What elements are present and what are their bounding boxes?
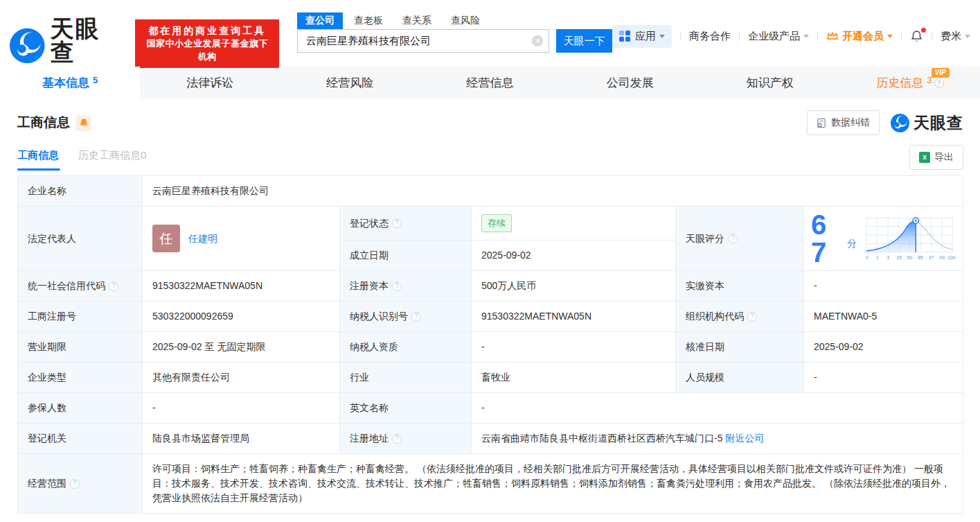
taxpayer-id-value: 91530322MAETNWA05N — [472, 302, 676, 332]
field-label: 注册地址? — [340, 424, 472, 454]
company-nav-tabs: 基本信息 5 法律诉讼 经营风险 经营信息 公司发展 知识产权 历史信息 3 ?… — [0, 67, 980, 99]
tab-intellectual-property[interactable]: 知识产权 — [700, 67, 840, 99]
staff-size-value: - — [804, 363, 963, 393]
notifications-button[interactable] — [910, 30, 923, 43]
svg-text:50: 50 — [907, 255, 913, 260]
help-icon[interactable]: ? — [392, 281, 402, 291]
sub-tab-bar: 工商信息 历史工商信息0 x 导出 — [17, 145, 963, 174]
help-icon[interactable]: ? — [411, 312, 421, 322]
divider — [680, 31, 681, 41]
watermark-logo-text: 天眼查 — [914, 112, 963, 134]
field-label: 行业 — [340, 363, 472, 393]
subscribe-bell-button[interactable] — [75, 115, 91, 131]
search-tab-company[interactable]: 查公司 — [297, 12, 343, 29]
table-row: 企业类型 其他有限责任公司 行业 畜牧业 人员规模 - — [18, 363, 963, 393]
field-label: 核准日期 — [676, 332, 804, 363]
field-label: 注册资本? — [340, 271, 472, 302]
avatar[interactable]: 任 — [152, 225, 180, 252]
field-label: 企业名称 — [18, 176, 143, 207]
chevron-down-icon — [887, 35, 893, 38]
tianyancha-logo-icon — [10, 28, 45, 64]
search-button[interactable]: 天眼一下 — [556, 29, 612, 53]
reg-address-value: 云南省曲靖市陆良县中枢街道西桥社区西桥汽车城门口-5 — [481, 433, 722, 444]
divider — [817, 31, 818, 41]
search-area: 查公司 查老板 查关系 查风险 ✕ 天眼一下 — [297, 12, 612, 53]
help-icon[interactable]: ? — [70, 479, 80, 489]
svg-text:99: 99 — [940, 255, 945, 260]
nearby-companies-link[interactable]: 附近公司 — [725, 433, 764, 444]
svg-text:97: 97 — [929, 255, 934, 260]
business-cooperation-link[interactable]: 商务合作 — [689, 30, 731, 43]
company-name-value: 云南巨星养殖科技有限公司 — [143, 176, 963, 207]
data-correction-icon — [817, 118, 827, 128]
field-label: 法定代表人 — [18, 207, 143, 271]
enterprise-products-menu[interactable]: 企业级产品 — [748, 30, 809, 43]
table-row: 经营范围? 许可项目：饲料生产；牲畜饲养；种畜禽生产；种畜禽经营。 （依法须经批… — [18, 454, 963, 514]
divider — [901, 31, 902, 41]
search-tabs: 查公司 查老板 查关系 查风险 — [297, 12, 612, 29]
svg-text:100: 100 — [947, 255, 956, 260]
org-code-value: MAETNWA0-5 — [804, 302, 963, 332]
chevron-down-icon — [803, 35, 809, 38]
help-icon[interactable]: ? — [728, 234, 738, 243]
establish-date-value: 2025-09-02 — [472, 241, 676, 271]
svg-text:3: 3 — [887, 255, 889, 260]
section-title: 工商信息 — [17, 114, 70, 132]
tab-business-info[interactable]: 经营信息 — [420, 67, 560, 99]
help-icon[interactable]: ? — [934, 78, 944, 88]
promo-line2: 国家中小企业发展子基金旗下机构 — [142, 37, 272, 64]
watermark-logo-icon — [891, 114, 909, 132]
taxpayer-qualification-value: - — [472, 332, 676, 363]
tab-operational-risk[interactable]: 经营风险 — [280, 67, 420, 99]
help-icon[interactable]: ? — [392, 218, 402, 228]
search-tab-boss[interactable]: 查老板 — [346, 12, 391, 29]
business-info-table: 企业名称 云南巨星养殖科技有限公司 法定代表人 任 任建明 登记状态? 存续 天… — [17, 175, 963, 514]
field-label: 参保人数 — [18, 393, 143, 424]
score-value: 67 — [811, 211, 840, 266]
apps-menu[interactable]: 应用 — [612, 25, 672, 48]
search-tab-risk[interactable]: 查风险 — [443, 12, 488, 29]
company-type-value: 其他有限责任公司 — [143, 363, 340, 393]
tab-company-development[interactable]: 公司发展 — [560, 67, 700, 99]
search-tab-relation[interactable]: 查关系 — [394, 12, 440, 29]
business-scope-value: 许可项目：饲料生产；牲畜饲养；种畜禽生产；种畜禽经营。 （依法须经批准的项目，经… — [143, 454, 963, 514]
apps-label: 应用 — [635, 30, 656, 43]
open-vip-label: 开通会员 — [842, 30, 884, 43]
chevron-down-icon — [659, 35, 665, 38]
username: 费米 — [941, 30, 961, 43]
table-row: 参保人数 - 英文名称 - — [18, 393, 963, 424]
divider — [932, 31, 932, 41]
tab-label: 经营风险 — [326, 75, 373, 91]
tab-legal-litigation[interactable]: 法律诉讼 — [140, 67, 280, 99]
table-row: 企业名称 云南巨星养殖科技有限公司 — [18, 176, 963, 207]
enterprise-products-label: 企业级产品 — [748, 30, 800, 43]
data-correction-button[interactable]: 数据纠错 — [807, 110, 880, 135]
score-cell: 67 分 — [804, 207, 963, 271]
reg-address-cell: 云南省曲靖市陆良县中枢街道西桥社区西桥汽车城门口-5 附近公司 — [472, 424, 963, 454]
help-icon[interactable]: ? — [747, 312, 757, 322]
open-vip-menu[interactable]: 开通会员 — [826, 30, 893, 43]
tianyancha-logo[interactable]: 天眼查 TianYanCha.com — [10, 17, 123, 74]
user-menu[interactable]: 费米 — [941, 30, 970, 43]
help-icon[interactable]: ? — [392, 434, 402, 444]
export-button[interactable]: x 导出 — [909, 145, 963, 170]
vip-badge: VIP — [932, 68, 950, 78]
bell-icon — [79, 118, 89, 128]
search-box[interactable]: ✕ — [297, 29, 549, 53]
subtab-history-business-registration[interactable]: 历史工商信息0 — [78, 149, 146, 171]
paid-capital-value: - — [804, 271, 963, 302]
score-unit: 分 — [847, 236, 857, 251]
field-label: 成立日期 — [340, 241, 472, 271]
tab-history-info[interactable]: 历史信息 3 ? VIP — [840, 67, 980, 99]
field-label: 登记状态? — [340, 207, 472, 241]
field-label: 统一社会信用代码? — [18, 271, 143, 302]
promo-banner: 都在用的商业查询工具 国家中小企业发展子基金旗下机构 — [135, 19, 279, 68]
subtab-business-registration[interactable]: 工商信息 — [17, 149, 59, 171]
help-icon[interactable]: ? — [109, 281, 118, 291]
field-label: 登记机关 — [18, 424, 143, 454]
clear-search-icon[interactable]: ✕ — [532, 35, 543, 46]
search-input[interactable] — [306, 35, 532, 47]
apps-grid-icon — [619, 31, 630, 42]
tab-basic-info[interactable]: 基本信息 5 — [0, 67, 140, 99]
legal-rep-link[interactable]: 任建明 — [188, 232, 217, 246]
